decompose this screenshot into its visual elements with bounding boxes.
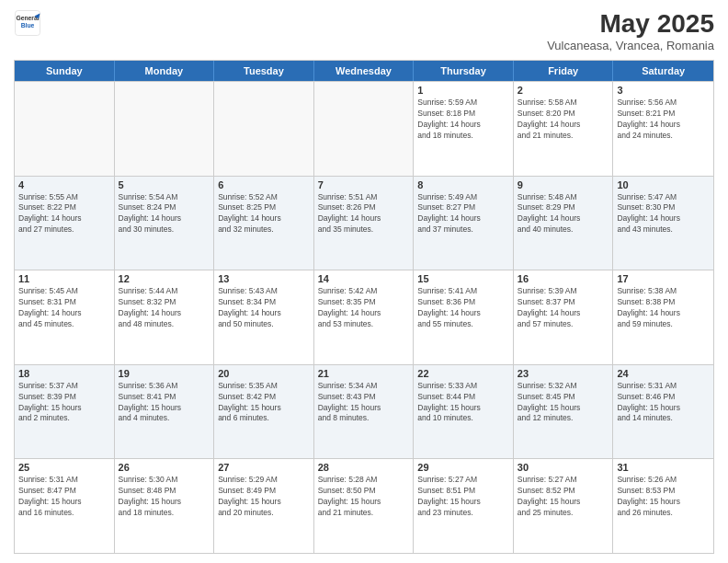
day-cell-31: 31Sunrise: 5:26 AM Sunset: 8:53 PM Dayli… <box>613 459 713 553</box>
day-cell-8: 8Sunrise: 5:49 AM Sunset: 8:27 PM Daylig… <box>414 177 514 270</box>
day-number: 19 <box>119 368 210 379</box>
header-day-wednesday: Wednesday <box>314 61 415 81</box>
day-info: Sunrise: 5:26 AM Sunset: 8:53 PM Dayligh… <box>617 475 710 519</box>
day-number: 17 <box>617 273 710 284</box>
day-info: Sunrise: 5:31 AM Sunset: 8:47 PM Dayligh… <box>18 475 110 519</box>
day-number: 4 <box>18 179 110 190</box>
day-number: 5 <box>119 179 210 190</box>
day-number: 31 <box>617 462 710 473</box>
day-info: Sunrise: 5:27 AM Sunset: 8:52 PM Dayligh… <box>518 475 609 519</box>
day-number: 12 <box>119 273 210 284</box>
calendar-row-1: 4Sunrise: 5:55 AM Sunset: 8:22 PM Daylig… <box>15 176 713 270</box>
day-number: 3 <box>617 85 710 96</box>
calendar-header: SundayMondayTuesdayWednesdayThursdayFrid… <box>15 61 713 81</box>
svg-text:Blue: Blue <box>21 22 35 29</box>
day-number: 25 <box>18 462 110 473</box>
day-number: 1 <box>417 85 509 96</box>
day-number: 18 <box>18 368 110 379</box>
day-cell-5: 5Sunrise: 5:54 AM Sunset: 8:24 PM Daylig… <box>115 177 215 270</box>
header-day-friday: Friday <box>514 61 614 81</box>
day-cell-12: 12Sunrise: 5:44 AM Sunset: 8:32 PM Dayli… <box>115 270 215 364</box>
title-block: May 2025 Vulcaneasa, Vrancea, Romania <box>547 9 714 52</box>
day-info: Sunrise: 5:45 AM Sunset: 8:31 PM Dayligh… <box>18 286 110 330</box>
day-info: Sunrise: 5:59 AM Sunset: 8:18 PM Dayligh… <box>417 98 509 142</box>
day-number: 14 <box>318 273 410 284</box>
logo: General Blue <box>14 9 41 37</box>
day-cell-28: 28Sunrise: 5:28 AM Sunset: 8:50 PM Dayli… <box>314 459 415 553</box>
day-info: Sunrise: 5:31 AM Sunset: 8:46 PM Dayligh… <box>617 381 710 425</box>
day-cell-30: 30Sunrise: 5:27 AM Sunset: 8:52 PM Dayli… <box>514 459 614 553</box>
calendar-body: 1Sunrise: 5:59 AM Sunset: 8:18 PM Daylig… <box>15 81 713 553</box>
day-info: Sunrise: 5:33 AM Sunset: 8:44 PM Dayligh… <box>417 381 509 425</box>
calendar-row-0: 1Sunrise: 5:59 AM Sunset: 8:18 PM Daylig… <box>15 81 713 176</box>
day-cell-16: 16Sunrise: 5:39 AM Sunset: 8:37 PM Dayli… <box>514 270 614 364</box>
day-number: 6 <box>218 179 310 190</box>
day-cell-21: 21Sunrise: 5:34 AM Sunset: 8:43 PM Dayli… <box>314 365 415 459</box>
header-day-tuesday: Tuesday <box>214 61 314 81</box>
day-info: Sunrise: 5:42 AM Sunset: 8:35 PM Dayligh… <box>318 286 410 330</box>
day-number: 20 <box>218 368 310 379</box>
day-info: Sunrise: 5:30 AM Sunset: 8:48 PM Dayligh… <box>119 475 210 519</box>
day-number: 11 <box>18 273 110 284</box>
day-number: 10 <box>617 179 710 190</box>
day-cell-18: 18Sunrise: 5:37 AM Sunset: 8:39 PM Dayli… <box>15 365 115 459</box>
day-info: Sunrise: 5:37 AM Sunset: 8:39 PM Dayligh… <box>18 381 110 425</box>
day-cell-4: 4Sunrise: 5:55 AM Sunset: 8:22 PM Daylig… <box>15 177 115 270</box>
day-number: 27 <box>218 462 310 473</box>
day-cell-15: 15Sunrise: 5:41 AM Sunset: 8:36 PM Dayli… <box>414 270 514 364</box>
day-cell-23: 23Sunrise: 5:32 AM Sunset: 8:45 PM Dayli… <box>514 365 614 459</box>
day-cell-25: 25Sunrise: 5:31 AM Sunset: 8:47 PM Dayli… <box>15 459 115 553</box>
day-number: 21 <box>318 368 410 379</box>
day-number: 9 <box>518 179 609 190</box>
day-cell-7: 7Sunrise: 5:51 AM Sunset: 8:26 PM Daylig… <box>314 177 415 270</box>
day-cell-13: 13Sunrise: 5:43 AM Sunset: 8:34 PM Dayli… <box>214 270 314 364</box>
day-info: Sunrise: 5:58 AM Sunset: 8:20 PM Dayligh… <box>518 98 609 142</box>
day-cell-29: 29Sunrise: 5:27 AM Sunset: 8:51 PM Dayli… <box>414 459 514 553</box>
day-number: 13 <box>218 273 310 284</box>
day-info: Sunrise: 5:54 AM Sunset: 8:24 PM Dayligh… <box>119 192 210 236</box>
day-cell-24: 24Sunrise: 5:31 AM Sunset: 8:46 PM Dayli… <box>613 365 713 459</box>
day-number: 2 <box>518 85 609 96</box>
day-info: Sunrise: 5:52 AM Sunset: 8:25 PM Dayligh… <box>218 192 310 236</box>
day-cell-2: 2Sunrise: 5:58 AM Sunset: 8:20 PM Daylig… <box>514 82 614 176</box>
calendar: SundayMondayTuesdayWednesdayThursdayFrid… <box>14 60 714 554</box>
day-cell-14: 14Sunrise: 5:42 AM Sunset: 8:35 PM Dayli… <box>314 270 415 364</box>
empty-cell <box>314 82 415 176</box>
calendar-row-4: 25Sunrise: 5:31 AM Sunset: 8:47 PM Dayli… <box>15 458 713 553</box>
header-day-sunday: Sunday <box>15 61 115 81</box>
header-day-saturday: Saturday <box>613 61 713 81</box>
day-cell-19: 19Sunrise: 5:36 AM Sunset: 8:41 PM Dayli… <box>115 365 215 459</box>
day-number: 7 <box>318 179 410 190</box>
day-number: 24 <box>617 368 710 379</box>
day-info: Sunrise: 5:43 AM Sunset: 8:34 PM Dayligh… <box>218 286 310 330</box>
header-day-thursday: Thursday <box>414 61 514 81</box>
day-info: Sunrise: 5:36 AM Sunset: 8:41 PM Dayligh… <box>119 381 210 425</box>
day-number: 26 <box>119 462 210 473</box>
day-info: Sunrise: 5:39 AM Sunset: 8:37 PM Dayligh… <box>518 286 609 330</box>
header-day-monday: Monday <box>115 61 215 81</box>
day-info: Sunrise: 5:49 AM Sunset: 8:27 PM Dayligh… <box>417 192 509 236</box>
day-info: Sunrise: 5:55 AM Sunset: 8:22 PM Dayligh… <box>18 192 110 236</box>
day-number: 15 <box>417 273 509 284</box>
day-info: Sunrise: 5:29 AM Sunset: 8:49 PM Dayligh… <box>218 475 310 519</box>
day-number: 30 <box>518 462 609 473</box>
day-info: Sunrise: 5:48 AM Sunset: 8:29 PM Dayligh… <box>518 192 609 236</box>
empty-cell <box>15 82 115 176</box>
day-cell-26: 26Sunrise: 5:30 AM Sunset: 8:48 PM Dayli… <box>115 459 215 553</box>
day-cell-3: 3Sunrise: 5:56 AM Sunset: 8:21 PM Daylig… <box>613 82 713 176</box>
day-number: 23 <box>518 368 609 379</box>
day-number: 8 <box>417 179 509 190</box>
day-info: Sunrise: 5:47 AM Sunset: 8:30 PM Dayligh… <box>617 192 710 236</box>
day-number: 28 <box>318 462 410 473</box>
day-cell-9: 9Sunrise: 5:48 AM Sunset: 8:29 PM Daylig… <box>514 177 614 270</box>
day-info: Sunrise: 5:44 AM Sunset: 8:32 PM Dayligh… <box>119 286 210 330</box>
header: General Blue May 2025 Vulcaneasa, Vrance… <box>14 9 714 52</box>
day-info: Sunrise: 5:28 AM Sunset: 8:50 PM Dayligh… <box>318 475 410 519</box>
day-info: Sunrise: 5:41 AM Sunset: 8:36 PM Dayligh… <box>417 286 509 330</box>
day-cell-17: 17Sunrise: 5:38 AM Sunset: 8:38 PM Dayli… <box>613 270 713 364</box>
day-info: Sunrise: 5:35 AM Sunset: 8:42 PM Dayligh… <box>218 381 310 425</box>
day-number: 29 <box>417 462 509 473</box>
day-number: 16 <box>518 273 609 284</box>
day-number: 22 <box>417 368 509 379</box>
day-cell-6: 6Sunrise: 5:52 AM Sunset: 8:25 PM Daylig… <box>214 177 314 270</box>
